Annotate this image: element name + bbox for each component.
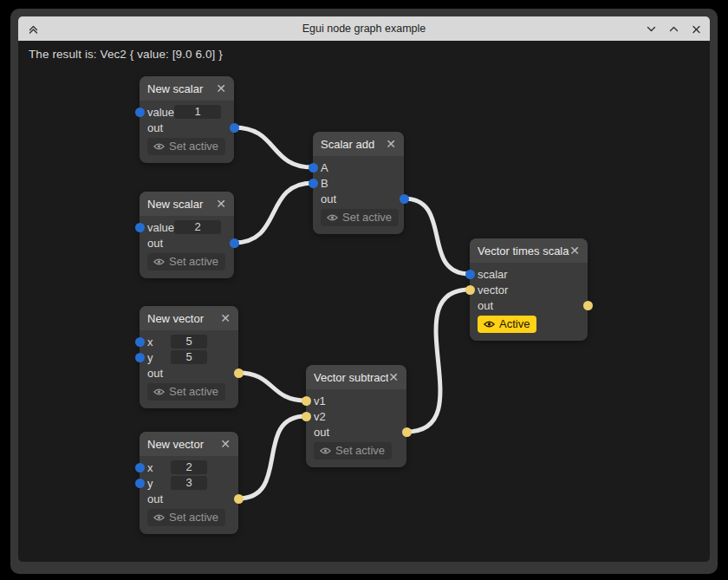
input-port-x[interactable] <box>135 337 145 347</box>
input-port-v1[interactable] <box>302 396 311 406</box>
port-row: out <box>140 491 238 506</box>
eye-icon <box>153 142 165 151</box>
value-drag-field[interactable]: 2 <box>174 220 221 234</box>
value-drag-field[interactable]: 5 <box>171 335 207 349</box>
output-port-out[interactable] <box>234 368 244 378</box>
active-button[interactable]: Active <box>478 316 536 333</box>
port-row: out <box>140 365 238 381</box>
port-row: y 5 <box>140 349 238 365</box>
button-label: Set active <box>342 211 392 224</box>
close-node-icon[interactable]: ✕ <box>388 371 399 383</box>
node-vector-times-scalar[interactable]: Vector times scalar ✕ scalar vector out <box>470 238 588 341</box>
button-label: Set active <box>169 385 218 398</box>
button-label: Set active <box>335 444 385 457</box>
eye-icon <box>484 320 495 329</box>
set-active-button[interactable]: Set active <box>147 509 225 526</box>
port-label: out <box>147 237 163 250</box>
node-vector-subtract[interactable]: Vector subtract ✕ v1 v2 out Set <box>306 365 406 467</box>
maximize-button[interactable] <box>667 23 679 35</box>
input-port-v2[interactable] <box>302 412 311 421</box>
port-label: vector <box>478 283 508 297</box>
port-label: v1 <box>314 394 326 407</box>
port-label: out <box>147 121 163 134</box>
node-header[interactable]: New vector ✕ <box>140 306 238 330</box>
close-node-icon[interactable]: ✕ <box>220 312 231 324</box>
close-node-icon[interactable]: ✕ <box>216 82 226 94</box>
node-header[interactable]: Vector times scalar ✕ <box>470 238 588 263</box>
node-new-scalar-2[interactable]: New scalar ✕ value 2 out Set active <box>140 192 234 278</box>
window-titlebar[interactable]: Egui node graph example <box>18 16 710 41</box>
value-drag-field[interactable]: 3 <box>171 476 207 490</box>
value-drag-field[interactable]: 5 <box>171 350 207 364</box>
port-row: B <box>313 175 404 191</box>
set-active-button[interactable]: Set active <box>147 383 225 401</box>
port-row: value 2 <box>140 219 234 235</box>
output-port-out[interactable] <box>402 427 412 437</box>
node-header[interactable]: New vector ✕ <box>140 432 238 456</box>
input-port-scalar[interactable] <box>465 270 475 279</box>
input-port-b[interactable] <box>309 179 318 188</box>
set-active-button[interactable]: Set active <box>314 442 392 459</box>
output-port-out[interactable] <box>230 123 239 133</box>
input-port-a[interactable] <box>309 163 318 173</box>
output-port-out[interactable] <box>583 301 593 310</box>
node-canvas: The result is: Vec2 { value: [9.0 6.0] }… <box>18 41 710 562</box>
node-header[interactable]: New scalar ✕ <box>140 76 234 101</box>
connection-wire <box>234 183 313 243</box>
node-new-scalar-1[interactable]: New scalar ✕ value 1 out Set active <box>140 76 234 163</box>
connection-wire <box>406 290 470 432</box>
node-title: Vector times scalar <box>478 244 569 257</box>
node-title: New scalar <box>147 198 216 211</box>
eye-icon <box>153 257 165 266</box>
port-row: x 2 <box>140 459 238 475</box>
value-drag-field[interactable]: 2 <box>171 460 207 474</box>
input-port-y[interactable] <box>135 479 145 488</box>
node-title: New scalar <box>147 82 216 95</box>
value-drag-field[interactable]: 1 <box>174 105 221 119</box>
close-node-icon[interactable]: ✕ <box>569 244 580 257</box>
set-active-button[interactable]: Set active <box>147 138 225 155</box>
input-port-value[interactable] <box>135 223 145 232</box>
input-port-value[interactable] <box>135 108 145 117</box>
connection-wire <box>238 373 306 401</box>
window-title: Egui node graph example <box>18 23 710 35</box>
node-scalar-add[interactable]: Scalar add ✕ A B out Set active <box>313 132 404 234</box>
close-node-icon[interactable]: ✕ <box>216 198 226 210</box>
input-port-vector[interactable] <box>465 285 475 295</box>
close-node-icon[interactable]: ✕ <box>386 138 396 150</box>
node-new-vector-1[interactable]: New vector ✕ x 5 y 5 out <box>140 306 238 408</box>
port-label: out <box>147 492 163 505</box>
input-port-x[interactable] <box>135 463 145 472</box>
port-label: v2 <box>314 410 326 423</box>
port-row: A <box>313 160 404 175</box>
node-header[interactable]: New scalar ✕ <box>140 192 234 216</box>
port-label: out <box>478 299 493 312</box>
node-header[interactable]: Vector subtract ✕ <box>306 365 406 389</box>
set-active-button[interactable]: Set active <box>147 253 225 270</box>
close-node-icon[interactable]: ✕ <box>220 438 231 450</box>
set-active-button[interactable]: Set active <box>321 209 399 226</box>
node-title: Vector subtract <box>314 371 388 384</box>
close-button[interactable] <box>690 23 702 35</box>
connection-wire <box>238 416 306 499</box>
port-row: out <box>140 235 234 251</box>
node-new-vector-2[interactable]: New vector ✕ x 2 y 3 out <box>140 432 238 534</box>
output-port-out[interactable] <box>234 494 244 504</box>
button-label: Set active <box>169 255 218 268</box>
port-row: out <box>470 297 588 313</box>
connection-wires <box>18 41 710 562</box>
node-header[interactable]: Scalar add ✕ <box>313 132 404 156</box>
port-label: value <box>147 106 174 119</box>
port-row: scalar <box>470 266 588 282</box>
minimize-button[interactable] <box>645 23 657 35</box>
port-row: x 5 <box>140 334 238 349</box>
output-port-out[interactable] <box>400 194 409 204</box>
port-row: value 1 <box>140 104 234 120</box>
port-label: y <box>147 351 171 364</box>
port-label: A <box>321 161 328 174</box>
port-label: scalar <box>478 268 508 281</box>
port-label: y <box>147 477 171 490</box>
output-port-out[interactable] <box>230 238 239 248</box>
input-port-y[interactable] <box>135 353 145 362</box>
connection-wire <box>234 127 313 167</box>
